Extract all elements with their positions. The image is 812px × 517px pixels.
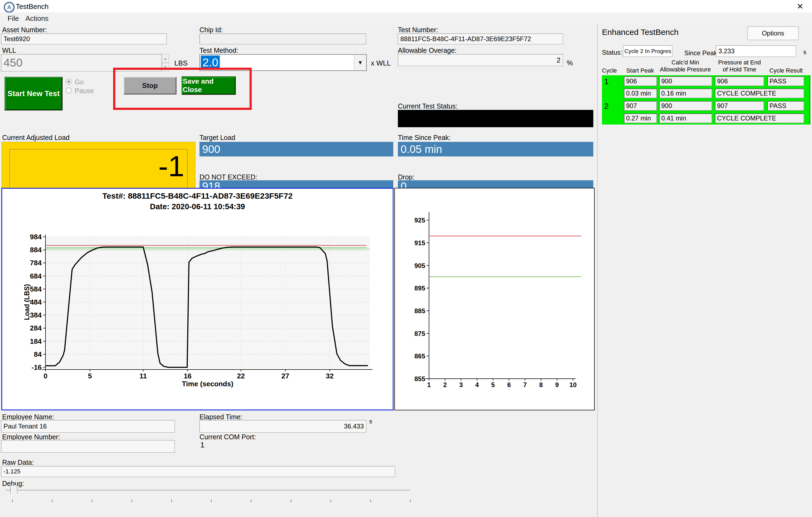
current-adjusted-load-value: -1 xyxy=(158,149,184,183)
menu-file[interactable]: File xyxy=(7,15,19,23)
cell-cycle-status[interactable]: CYCLE COMPLETE xyxy=(715,113,804,123)
svg-text:784: 784 xyxy=(30,259,42,267)
svg-text:855: 855 xyxy=(414,375,425,382)
svg-text:11: 11 xyxy=(139,372,147,380)
pause-radio-label: Pause xyxy=(75,87,94,95)
svg-text:584: 584 xyxy=(30,285,42,293)
wll-input[interactable]: 450 xyxy=(1,54,162,71)
wll-spinner-down-icon[interactable]: ▼ xyxy=(162,63,169,71)
svg-text:22: 22 xyxy=(237,372,245,380)
save-and-close-button[interactable]: Save and Close xyxy=(182,77,235,94)
current-adjusted-load-display: -1 xyxy=(2,142,196,193)
cell-hold-a[interactable]: 0.03 min xyxy=(624,88,657,98)
debug-slider-tick xyxy=(410,500,411,502)
menu-actions[interactable]: Actions xyxy=(25,15,49,23)
debug-slider-tick xyxy=(291,500,291,502)
svg-text:0: 0 xyxy=(44,372,47,380)
target-load-label: Target Load xyxy=(200,134,235,142)
debug-slider-tick xyxy=(12,500,13,502)
com-port-value: 1 xyxy=(200,441,205,449)
panel-status-value[interactable]: Cycle 2 In Progres xyxy=(623,46,672,57)
svg-text:-16: -16 xyxy=(31,363,42,371)
svg-text:895: 895 xyxy=(414,285,425,292)
chevron-down-icon[interactable]: ▼ xyxy=(354,55,366,70)
options-button[interactable]: Options xyxy=(748,27,799,40)
cell-start-peak[interactable]: 906 xyxy=(624,76,657,86)
svg-text:4: 4 xyxy=(475,381,479,389)
app-logo-icon: A xyxy=(4,2,14,13)
since-peak-value[interactable]: 3.233 xyxy=(716,46,796,57)
test-method-select[interactable]: 2.0 ▼ xyxy=(200,54,367,71)
col-header-pressure-end: Pressure at End of Hold Time xyxy=(714,59,765,73)
debug-slider-tick xyxy=(251,500,252,502)
employee-number-input[interactable] xyxy=(1,440,175,453)
svg-text:27: 27 xyxy=(282,372,289,380)
start-new-test-button[interactable]: Start New Test xyxy=(5,77,62,110)
svg-text:684: 684 xyxy=(30,272,42,280)
svg-text:84: 84 xyxy=(34,350,42,358)
com-port-label: Current COM Port: xyxy=(200,433,256,441)
debug-slider-thumb[interactable] xyxy=(10,485,17,497)
stop-button[interactable]: Stop xyxy=(123,77,176,94)
current-test-status-box xyxy=(398,110,593,127)
allowable-overage-label: Allowable Overage: xyxy=(398,47,457,54)
svg-text:905: 905 xyxy=(414,262,425,269)
debug-slider-tick xyxy=(211,500,212,502)
wll-spinner-up-icon[interactable]: ▲ xyxy=(162,54,169,63)
test-number-label: Test Number: xyxy=(398,26,438,34)
elapsed-time-input[interactable]: 36.433 xyxy=(200,420,366,433)
employee-name-label: Employee Name: xyxy=(2,413,54,421)
svg-text:925: 925 xyxy=(414,217,425,224)
svg-text:5: 5 xyxy=(491,381,495,389)
allowable-overage-input[interactable]: 2 xyxy=(398,54,563,66)
col-header-cycle: Cycle xyxy=(602,67,619,74)
time-since-peak-label: Time Since Peak: xyxy=(398,134,451,142)
title-bar: A TestBench ✕ xyxy=(0,0,812,12)
cell-hold-a[interactable]: 0.27 min xyxy=(624,113,657,123)
svg-text:9: 9 xyxy=(555,381,559,389)
svg-text:1: 1 xyxy=(427,381,431,389)
wll-unit-label: LBS xyxy=(174,59,187,67)
employee-number-label: Employee Number: xyxy=(2,433,60,441)
raw-data-input[interactable]: -1.125 xyxy=(1,466,395,477)
col-header-cycle-result: Cycle Result xyxy=(766,67,806,74)
svg-text:384: 384 xyxy=(30,311,42,319)
load-time-plot: 98488478468458448438428418484-1605111622… xyxy=(2,189,393,409)
svg-text:884: 884 xyxy=(30,246,42,254)
chip-id-input[interactable] xyxy=(200,34,366,45)
cell-result[interactable]: PASS xyxy=(767,76,804,86)
svg-text:Load (LBS): Load (LBS) xyxy=(23,284,31,320)
cell-pressure-end[interactable]: 906 xyxy=(715,76,764,86)
cell-pressure-end[interactable]: 907 xyxy=(715,101,764,111)
cell-calc-min[interactable]: 900 xyxy=(659,101,712,111)
load-time-chart: Test#: 88811FC5-B48C-4F11-AD87-3E69E23F5… xyxy=(1,188,394,410)
close-icon[interactable]: ✕ xyxy=(792,1,808,12)
cell-result[interactable]: PASS xyxy=(767,101,804,111)
debug-slider-track[interactable] xyxy=(5,490,410,491)
since-peak-label: Since Peak: xyxy=(684,49,719,57)
svg-text:Time (seconds): Time (seconds) xyxy=(182,380,233,388)
asset-number-input[interactable]: Test6920 xyxy=(1,34,167,45)
go-radio[interactable] xyxy=(66,79,72,85)
test-number-input[interactable]: 88811FC5-B48C-4F11-AD87-3E69E23F5F72 xyxy=(398,34,563,45)
employee-name-input[interactable]: Paul Tenant 16 xyxy=(1,420,175,433)
cell-hold-b[interactable]: 0.41 min xyxy=(659,113,712,123)
cell-hold-b[interactable]: 0.16 min xyxy=(659,88,712,98)
cell-calc-min[interactable]: 900 xyxy=(659,76,712,86)
svg-text:10: 10 xyxy=(570,381,577,389)
pressure-hold-plot: 92591590589588587586585512345678910 xyxy=(395,189,594,410)
pressure-hold-chart: 92591590589588587586585512345678910 xyxy=(394,188,594,410)
pause-radio[interactable] xyxy=(66,87,72,93)
svg-text:16: 16 xyxy=(184,372,192,380)
debug-slider-tick xyxy=(370,500,371,502)
raw-data-label: Raw Data: xyxy=(2,459,34,466)
since-peak-unit: s xyxy=(803,49,806,56)
time-since-peak-value: 0.05 min xyxy=(398,142,593,156)
cell-start-peak[interactable]: 907 xyxy=(624,101,657,111)
svg-text:6: 6 xyxy=(507,381,511,389)
debug-slider-tick xyxy=(52,500,53,502)
cell-cycle-status[interactable]: CYCLE COMPLETE xyxy=(715,88,804,98)
svg-text:7: 7 xyxy=(523,381,527,389)
debug-slider-tick xyxy=(330,500,331,502)
svg-text:875: 875 xyxy=(414,330,425,337)
